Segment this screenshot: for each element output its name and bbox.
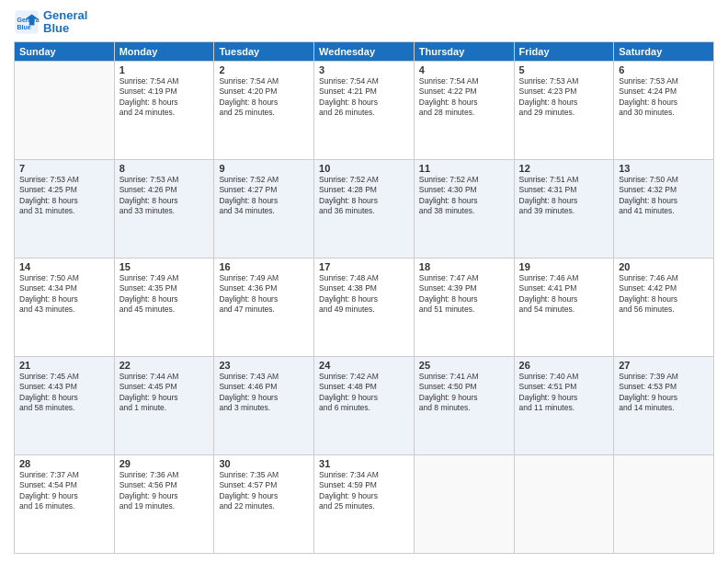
day-number: 15 [119, 261, 210, 272]
weekday-header-tuesday: Tuesday [214, 41, 314, 61]
day-info: Sunrise: 7:37 AM Sunset: 4:54 PM Dayligh… [19, 470, 109, 512]
day-number: 26 [519, 360, 609, 371]
calendar-cell: 21Sunrise: 7:45 AM Sunset: 4:43 PM Dayli… [15, 356, 115, 454]
day-number: 11 [419, 163, 509, 174]
calendar-cell: 5Sunrise: 7:53 AM Sunset: 4:23 PM Daylig… [514, 61, 614, 159]
day-info: Sunrise: 7:53 AM Sunset: 4:25 PM Dayligh… [19, 175, 109, 217]
calendar-cell: 16Sunrise: 7:49 AM Sunset: 4:36 PM Dayli… [214, 258, 314, 356]
day-info: Sunrise: 7:47 AM Sunset: 4:39 PM Dayligh… [419, 273, 509, 316]
calendar-cell: 31Sunrise: 7:34 AM Sunset: 4:59 PM Dayli… [314, 454, 415, 553]
weekday-header-monday: Monday [114, 41, 214, 61]
day-number: 17 [319, 261, 409, 272]
calendar-cell: 9Sunrise: 7:52 AM Sunset: 4:27 PM Daylig… [214, 159, 314, 258]
day-number: 13 [619, 163, 709, 174]
day-info: Sunrise: 7:35 AM Sunset: 4:57 PM Dayligh… [219, 470, 309, 512]
calendar-cell: 10Sunrise: 7:52 AM Sunset: 4:28 PM Dayli… [314, 159, 415, 258]
day-info: Sunrise: 7:34 AM Sunset: 4:59 PM Dayligh… [319, 470, 409, 512]
calendar-cell: 4Sunrise: 7:54 AM Sunset: 4:22 PM Daylig… [414, 61, 514, 159]
calendar-cell: 25Sunrise: 7:41 AM Sunset: 4:50 PM Dayli… [414, 356, 514, 454]
day-number: 1 [119, 64, 210, 75]
day-number: 18 [419, 261, 509, 272]
calendar-cell: 18Sunrise: 7:47 AM Sunset: 4:39 PM Dayli… [414, 258, 514, 356]
day-info: Sunrise: 7:52 AM Sunset: 4:30 PM Dayligh… [419, 175, 509, 217]
weekday-header-saturday: Saturday [614, 41, 714, 61]
day-info: Sunrise: 7:40 AM Sunset: 4:51 PM Dayligh… [519, 372, 609, 414]
day-info: Sunrise: 7:54 AM Sunset: 4:19 PM Dayligh… [119, 76, 210, 119]
calendar-cell: 29Sunrise: 7:36 AM Sunset: 4:56 PM Dayli… [114, 454, 214, 553]
calendar-cell: 28Sunrise: 7:37 AM Sunset: 4:54 PM Dayli… [15, 454, 115, 553]
day-number: 7 [19, 163, 109, 174]
logo-icon: General Blue [14, 9, 40, 35]
header: General Blue General Blue [14, 9, 714, 36]
day-info: Sunrise: 7:52 AM Sunset: 4:27 PM Dayligh… [219, 175, 309, 217]
calendar-cell: 20Sunrise: 7:46 AM Sunset: 4:42 PM Dayli… [614, 258, 714, 356]
day-info: Sunrise: 7:50 AM Sunset: 4:32 PM Dayligh… [619, 175, 709, 217]
day-number: 19 [519, 261, 609, 272]
day-number: 8 [119, 163, 210, 174]
day-info: Sunrise: 7:44 AM Sunset: 4:45 PM Dayligh… [119, 372, 210, 414]
calendar-cell: 14Sunrise: 7:50 AM Sunset: 4:34 PM Dayli… [15, 258, 115, 356]
weekday-header-sunday: Sunday [15, 41, 115, 61]
day-info: Sunrise: 7:49 AM Sunset: 4:36 PM Dayligh… [219, 273, 309, 316]
day-info: Sunrise: 7:54 AM Sunset: 4:22 PM Dayligh… [419, 76, 509, 119]
day-number: 5 [519, 64, 609, 75]
weekday-header-friday: Friday [514, 41, 614, 61]
day-info: Sunrise: 7:46 AM Sunset: 4:41 PM Dayligh… [519, 273, 609, 316]
calendar-cell: 19Sunrise: 7:46 AM Sunset: 4:41 PM Dayli… [514, 258, 614, 356]
calendar-cell [15, 61, 115, 159]
calendar-table: SundayMondayTuesdayWednesdayThursdayFrid… [14, 41, 714, 554]
calendar-cell: 24Sunrise: 7:42 AM Sunset: 4:48 PM Dayli… [314, 356, 415, 454]
day-number: 3 [319, 64, 409, 75]
day-number: 25 [419, 360, 509, 371]
day-info: Sunrise: 7:50 AM Sunset: 4:34 PM Dayligh… [19, 273, 109, 316]
calendar-cell: 23Sunrise: 7:43 AM Sunset: 4:46 PM Dayli… [214, 356, 314, 454]
day-info: Sunrise: 7:54 AM Sunset: 4:20 PM Dayligh… [219, 76, 309, 119]
calendar-cell: 1Sunrise: 7:54 AM Sunset: 4:19 PM Daylig… [114, 61, 214, 159]
calendar-cell [414, 454, 514, 553]
calendar-cell: 3Sunrise: 7:54 AM Sunset: 4:21 PM Daylig… [314, 61, 415, 159]
calendar-cell: 11Sunrise: 7:52 AM Sunset: 4:30 PM Dayli… [414, 159, 514, 258]
day-number: 21 [19, 360, 109, 371]
day-number: 10 [319, 163, 409, 174]
day-number: 4 [419, 64, 509, 75]
weekday-header-thursday: Thursday [414, 41, 514, 61]
day-number: 28 [19, 458, 109, 469]
day-info: Sunrise: 7:51 AM Sunset: 4:31 PM Dayligh… [519, 175, 609, 217]
day-number: 2 [219, 64, 309, 75]
day-number: 14 [19, 261, 109, 272]
day-number: 20 [619, 261, 709, 272]
calendar-cell: 26Sunrise: 7:40 AM Sunset: 4:51 PM Dayli… [514, 356, 614, 454]
calendar-cell: 7Sunrise: 7:53 AM Sunset: 4:25 PM Daylig… [15, 159, 115, 258]
day-info: Sunrise: 7:54 AM Sunset: 4:21 PM Dayligh… [319, 76, 409, 119]
day-number: 16 [219, 261, 309, 272]
day-number: 22 [119, 360, 210, 371]
calendar-cell: 8Sunrise: 7:53 AM Sunset: 4:26 PM Daylig… [114, 159, 214, 258]
calendar-cell: 22Sunrise: 7:44 AM Sunset: 4:45 PM Dayli… [114, 356, 214, 454]
day-info: Sunrise: 7:49 AM Sunset: 4:35 PM Dayligh… [119, 273, 210, 316]
day-info: Sunrise: 7:41 AM Sunset: 4:50 PM Dayligh… [419, 372, 509, 414]
calendar-cell: 2Sunrise: 7:54 AM Sunset: 4:20 PM Daylig… [214, 61, 314, 159]
day-info: Sunrise: 7:46 AM Sunset: 4:42 PM Dayligh… [619, 273, 709, 316]
calendar-cell: 27Sunrise: 7:39 AM Sunset: 4:53 PM Dayli… [614, 356, 714, 454]
day-number: 9 [219, 163, 309, 174]
day-info: Sunrise: 7:36 AM Sunset: 4:56 PM Dayligh… [119, 470, 210, 512]
day-info: Sunrise: 7:52 AM Sunset: 4:28 PM Dayligh… [319, 175, 409, 217]
day-number: 12 [519, 163, 609, 174]
day-info: Sunrise: 7:53 AM Sunset: 4:26 PM Dayligh… [119, 175, 210, 217]
day-info: Sunrise: 7:53 AM Sunset: 4:23 PM Dayligh… [519, 76, 609, 119]
day-number: 27 [619, 360, 709, 371]
svg-text:Blue: Blue [17, 25, 31, 31]
day-info: Sunrise: 7:53 AM Sunset: 4:24 PM Dayligh… [619, 76, 709, 119]
day-number: 29 [119, 458, 210, 469]
calendar-cell: 30Sunrise: 7:35 AM Sunset: 4:57 PM Dayli… [214, 454, 314, 553]
day-number: 6 [619, 64, 709, 75]
day-info: Sunrise: 7:43 AM Sunset: 4:46 PM Dayligh… [219, 372, 309, 414]
calendar-cell [514, 454, 614, 553]
logo: General Blue General Blue [14, 9, 87, 36]
calendar-cell: 6Sunrise: 7:53 AM Sunset: 4:24 PM Daylig… [614, 61, 714, 159]
logo-text: General Blue [43, 9, 87, 36]
calendar-cell: 13Sunrise: 7:50 AM Sunset: 4:32 PM Dayli… [614, 159, 714, 258]
calendar-cell: 12Sunrise: 7:51 AM Sunset: 4:31 PM Dayli… [514, 159, 614, 258]
calendar-cell: 15Sunrise: 7:49 AM Sunset: 4:35 PM Dayli… [114, 258, 214, 356]
day-number: 24 [319, 360, 409, 371]
